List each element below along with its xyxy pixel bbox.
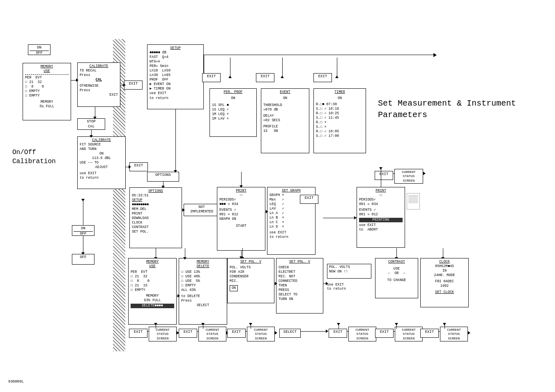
cs-pol-v2: CURRENTSTATUSSCREEN: [348, 327, 376, 341]
current-status-top: CURRENTSTATUSSCREEN: [394, 169, 423, 184]
exit-box-3[interactable]: EXIT: [202, 73, 221, 82]
memory-use-box: MEMORY USE PER EVT □ 21 32 □ 8 0 □ EMPTY…: [23, 63, 71, 120]
exit-box-4[interactable]: EXIT: [256, 73, 274, 82]
not-implemented-box: NOTIMPLEMENTED: [184, 204, 220, 216]
exit-box-6[interactable]: EXIT: [300, 195, 318, 204]
stop-cal-box: STOPCAL: [77, 118, 105, 130]
exit-pol-v1[interactable]: EXIT: [227, 329, 246, 338]
exit-pol-v2[interactable]: EXIT: [329, 329, 347, 338]
on-off-box-2: ONOFF: [72, 225, 94, 236]
calibrate-top-box: CALIBRATE TO RECAL Press CAL OTHERWISE P…: [77, 62, 120, 107]
exit-box-1[interactable]: EXIT: [124, 81, 143, 90]
set-pol-v-1-box: SET POL. V POL. VOLTS FOR AIR CONDENSER …: [227, 258, 274, 303]
document-icon: [407, 193, 420, 210]
off-box: OFF: [72, 254, 94, 265]
timer-box: TIMER ON R.□■ 07:30 S.□ ✓ 10:10 R.□ ✓ 10…: [313, 88, 366, 153]
cs-mem-use: CURRENTSTATUSSCREEN: [149, 327, 177, 341]
set-pol-v-2-box: SET POL. V CHECK ELECTRET MIC. NOT CONNE…: [276, 258, 323, 314]
per-prof-box: PER. PROF ON 1S SPL ■ 1S LEQ ✓ 1M LEQ × …: [210, 88, 257, 137]
event-box: EVENT ON THRESHOLD =070 dB DELAY =02 SEC…: [261, 88, 309, 153]
print-box-1: PRINT □ PERIODS✓ ■■■ = 034 EVENTS ✓ 001 …: [217, 187, 265, 251]
print-box-2: PRINT □ PERIODS✓ 001 = 034 EVENTS ✓ 001 …: [357, 187, 405, 248]
exit-box-2[interactable]: EXIT: [129, 162, 148, 171]
cs-mem-del: CURRENTSTATUSSCREEN: [198, 327, 226, 341]
calibrate-bottom-box: CALIBRATE FIT SOURCE AND TURN ON 113.6 d…: [77, 136, 126, 189]
cs-pol-v1: CURRENTSTATUSSCREEN: [247, 327, 275, 341]
diagram-container: Set Measurement & Instrument Parameters …: [0, 0, 555, 392]
setup-box: SETUP ■■■■■ dB FAST Q=4 WTG=A PER= 5min …: [147, 44, 204, 109]
options-detail-box: OPTIONS 05:33:51 SETUP ■■■■■■■■ MEM.DEL …: [129, 187, 182, 248]
exit-box-5[interactable]: EXIT: [313, 73, 332, 82]
memory-use-2-box: MEMORY USE PER EVT □ 21 32 □ 8 0 □ 21 15…: [128, 258, 177, 325]
exit-contrast[interactable]: EXIT: [375, 329, 394, 338]
cs-clock: CURRENTSTATUSSCREEN: [440, 327, 468, 341]
section-label: On/OffCalibration: [12, 148, 56, 166]
on-off-box-1: ONOFF: [28, 44, 51, 55]
title: Set Measurement & Instrument Parameters: [378, 98, 555, 121]
exit-clock[interactable]: EXIT: [420, 329, 439, 338]
clock-box: CLOCK 05H52M■4S IN 24HR. MODE FRI 04DEC …: [420, 258, 469, 307]
exit-mem-del[interactable]: EXIT: [179, 329, 197, 338]
contrast-box: CONTRAST USE ← OR → TO CHANGE: [375, 258, 418, 298]
select-btn[interactable]: SELECT: [279, 329, 301, 338]
options-button[interactable]: OPTIONS: [147, 172, 179, 182]
exit-current-top[interactable]: EXIT: [375, 171, 393, 180]
pol-volts-on-box: POL. VOLTS NOW ON !!: [327, 264, 371, 279]
memory-delete-box: MEMORY DELETE □ USE 13% □ USE 40% □ USE …: [179, 258, 227, 325]
use-exit-return: use EXITto return: [327, 283, 346, 291]
cs-contrast: CURRENTSTATUSSCREEN: [395, 327, 423, 341]
exit-mem-use[interactable]: EXIT: [129, 329, 147, 338]
footer-text: 930009L: [8, 380, 24, 384]
